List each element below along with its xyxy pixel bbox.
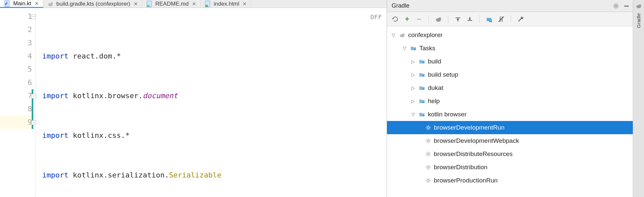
editor-pane: Main.kt ✕ build.gradle.kts (confexplorer… [0,0,387,197]
close-icon[interactable]: ✕ [133,1,139,7]
task-browser-distribute-resources[interactable]: browserDistributeResources [387,147,633,161]
task-browser-development-run[interactable]: browserDevelopmentRun [387,121,633,134]
svg-line-30 [499,17,504,22]
svg-line-17 [617,4,618,5]
svg-text:MD: MD [147,5,149,7]
code-token: import [42,92,68,100]
tab-readme[interactable]: MD README.md ✕ [142,0,201,8]
tree-group-help[interactable]: ▷ help [387,95,633,108]
svg-point-20 [439,17,441,20]
task-browser-production-run[interactable]: browserProductionRun [387,174,633,187]
code-area[interactable]: OFF import react.dom.* import kotlinx.br… [36,8,387,197]
tab-build-gradle[interactable]: build.gradle.kts (confexplorer) ✕ [43,0,142,8]
svg-point-39 [427,127,429,129]
folder-gear-icon [410,45,417,52]
line-number: 2 [28,25,32,34]
svg-line-53 [427,139,427,140]
svg-line-62 [427,152,427,153]
tree-label: kotlin browser [428,111,467,118]
gradle-elephant-icon [399,32,405,38]
gradle-elephant-icon[interactable] [635,3,642,9]
line-number: 3 [28,39,32,47]
close-icon[interactable]: ✕ [34,1,40,7]
fold-icon[interactable]: − [31,15,36,19]
svg-line-83 [430,179,430,179]
close-icon[interactable]: ✕ [242,1,247,7]
gradle-panel: Gradle + − + ▽ confexplore [387,0,633,197]
add-icon[interactable]: + [402,14,412,24]
chevron-down-icon[interactable]: ▽ [410,112,416,117]
editor-body[interactable]: 1− 2 3 4 5 6 7− 8 9− OFF import react.do… [0,8,387,197]
gear-icon [425,125,431,131]
tree-tasks[interactable]: ▽ Tasks [387,42,633,55]
tree-group-dukat[interactable]: ▷ dukat [387,81,633,95]
tree-group-kotlin-browser[interactable]: ▽ kotlin browser [387,108,633,121]
chevron-right-icon[interactable]: ▷ [410,98,416,104]
line-number: 6 [28,78,32,87]
wrench-icon[interactable] [516,14,526,24]
tree-label: build [428,58,441,65]
chevron-right-icon[interactable]: ▷ [410,59,416,64]
refresh-icon[interactable] [390,14,400,24]
line-number: 4 [28,52,32,60]
link-project-icon[interactable]: + [484,14,494,24]
close-icon[interactable]: ✕ [191,1,197,7]
gradle-elephant-icon[interactable] [434,14,443,24]
tab-label: Main.kt [13,0,31,7]
chevron-right-icon[interactable]: ▷ [410,85,416,91]
fold-icon[interactable]: − [31,94,36,98]
collapse-all-icon[interactable] [465,14,475,24]
tab-index-html[interactable]: H index.html ✕ [201,0,251,8]
html-file-icon: H [205,1,211,7]
svg-point-34 [422,61,424,63]
tab-label: index.html [214,1,239,7]
remove-icon[interactable]: − [414,14,424,24]
folder-gear-icon [419,98,425,104]
svg-line-64 [427,155,427,156]
gear-icon [425,177,431,183]
gear-icon[interactable] [613,3,619,9]
svg-point-75 [427,179,429,181]
editor-gutter: 1− 2 3 4 5 6 7− 8 9− [0,8,36,197]
svg-point-35 [422,75,424,77]
inspections-indicator[interactable]: OFF [370,11,382,24]
code-token: import [42,171,68,179]
tree-label: browserDevelopmentRun [434,124,504,131]
right-tool-stripe: Gradle [633,0,644,197]
chevron-down-icon[interactable]: ▽ [402,46,407,51]
svg-line-71 [427,166,427,166]
svg-line-82 [427,182,427,182]
line-number: 8 [28,105,32,113]
tree-group-build-setup[interactable]: ▷ build setup [387,68,633,81]
toggle-offline-icon[interactable] [496,14,506,24]
svg-line-46 [427,129,427,130]
svg-line-81 [430,182,430,182]
svg-line-55 [427,142,427,143]
tree-group-build[interactable]: ▷ build [387,55,633,68]
tab-label: build.gradle.kts (confexplorer) [56,1,130,7]
gradle-tree[interactable]: ▽ confexplorer ▽ Tasks ▷ build ▷ build [387,26,633,197]
tree-label: browserDistributeResources [434,150,513,158]
code-token: document [143,92,178,100]
svg-point-33 [414,48,416,50]
svg-line-63 [430,155,430,156]
fold-icon[interactable]: − [31,120,36,125]
tree-label: Tasks [419,45,435,52]
tab-main-kt[interactable]: Main.kt ✕ [0,0,43,8]
task-browser-development-webpack[interactable]: browserDevelopmentWebpack [387,134,633,147]
task-browser-distribution[interactable]: browserDistribution [387,161,633,174]
svg-point-57 [427,153,429,155]
chevron-down-icon[interactable]: ▽ [390,32,396,38]
minimize-icon[interactable] [624,3,629,9]
stripe-button-gradle[interactable]: Gradle [636,13,641,28]
line-number: 5 [28,65,32,73]
svg-line-14 [614,4,615,5]
chevron-right-icon[interactable]: ▷ [410,72,416,77]
svg-point-9 [615,5,617,7]
folder-gear-icon [419,85,425,91]
svg-point-38 [422,114,424,116]
gradle-elephant-icon [47,1,54,7]
expand-all-icon[interactable] [453,14,463,24]
tree-project-root[interactable]: ▽ confexplorer [387,28,633,42]
tree-label: browserDistribution [434,164,488,171]
